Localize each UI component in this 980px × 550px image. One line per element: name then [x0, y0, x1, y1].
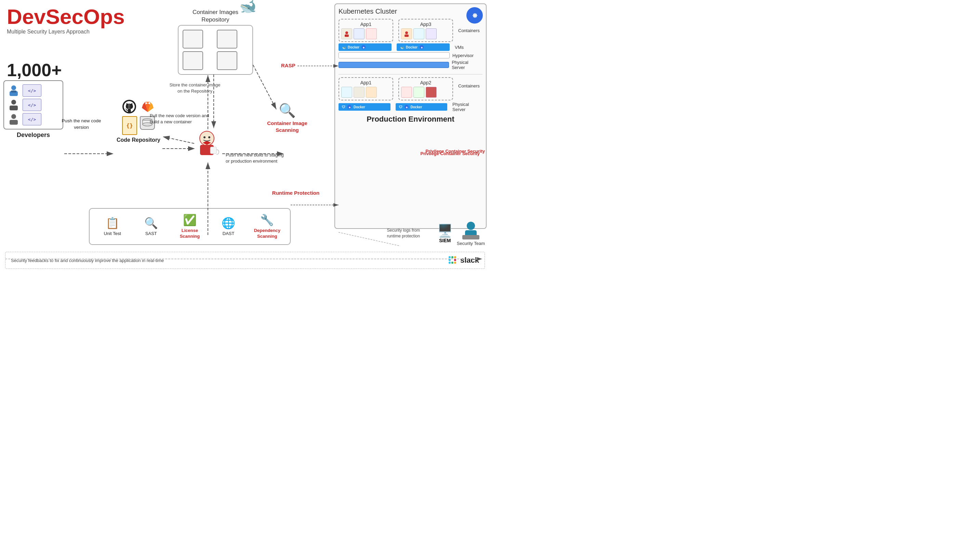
code-repo-label: Code Repository	[116, 137, 161, 143]
shield-icon-2: 🛡	[399, 105, 402, 109]
container-b1	[341, 87, 352, 98]
svg-line-56	[163, 137, 194, 143]
security-team-person: Security Team	[457, 221, 485, 246]
k8s-separator	[339, 74, 482, 74]
k8s-title: Kubernetes Cluster	[339, 8, 482, 15]
hypervisor-row: Hypervisor	[339, 52, 482, 59]
svg-point-23	[208, 136, 210, 138]
containers2-side: Containers	[458, 77, 480, 100]
physical-server-top-row: Physical Server	[339, 60, 482, 70]
dast-label: DAST	[213, 231, 244, 237]
app1-label-bottom: App1	[341, 80, 390, 86]
dev-count: 1,000+	[3, 60, 63, 80]
jenkins-icon	[193, 130, 221, 160]
svg-text:: 	[128, 103, 130, 110]
svg-rect-46	[451, 256, 453, 258]
app2-label: App2	[401, 80, 450, 86]
developer-icon-2	[8, 99, 20, 111]
pipeline-dependency-scanning: 🔧 Dependency Scanning	[252, 214, 282, 239]
containers-label: Containers	[458, 28, 480, 33]
docker-vm-1: 🐋Docker ⎈	[339, 43, 391, 51]
physical-server-bar-1	[339, 62, 449, 68]
feedback-bar: Security feedbacks to fix and continuous…	[5, 252, 485, 269]
container-item-6	[426, 29, 437, 39]
app1b-containers	[341, 87, 390, 98]
sast-icon: 🔍	[136, 217, 167, 230]
svg-rect-50	[449, 262, 451, 264]
app3-containers	[401, 29, 450, 39]
bottom-apps-row: App1 App2 Containers	[339, 77, 482, 100]
pipeline-dast: 🌐 DAST	[213, 217, 244, 237]
dependency-scan-icon: 🔧	[252, 214, 282, 227]
svg-rect-4	[10, 106, 18, 110]
hypervisor-bar	[339, 52, 450, 59]
app1-pod-top: App1	[339, 19, 393, 42]
svg-marker-14	[143, 102, 145, 105]
physical-server-label-2: Physical Server	[452, 102, 482, 112]
top-apps-row: App1 App3	[339, 19, 482, 42]
svg-rect-49	[451, 262, 453, 264]
dependency-scanning-label: Dependency Scanning	[252, 228, 282, 239]
laptop-3: </>	[22, 113, 41, 125]
container-repo-box	[178, 25, 253, 75]
github-icon: 	[122, 99, 137, 114]
slack-logo: slack	[447, 255, 479, 266]
title-section: DevSecOps Multiple Security Layers Appro…	[7, 6, 125, 35]
pipeline-sast: 🔍 SAST	[136, 217, 167, 237]
svg-rect-45	[449, 256, 451, 258]
privilege-container-security: Privilege Container Security	[426, 149, 485, 154]
docker-mascot-icon: 🐋	[239, 0, 256, 14]
rasp-label: RASP	[281, 62, 296, 68]
container-b3	[366, 87, 377, 98]
dev-box: </> </> </>	[3, 80, 63, 130]
container-box-1	[183, 30, 203, 49]
dev-row-1: </>	[8, 84, 59, 97]
svg-rect-44	[449, 259, 451, 261]
slack-icon	[447, 255, 458, 266]
pipeline-license-scanning: ✅ License Scanning	[174, 214, 205, 239]
security-team-section: Security logs from runtime protection 🖥️…	[334, 221, 485, 246]
svg-rect-43	[462, 235, 479, 239]
dast-icon: 🌐	[213, 217, 244, 230]
docker-vm-2: 🐋Docker ⎈	[397, 43, 450, 51]
gitlab-icon	[140, 99, 155, 114]
developers-label: Developers	[3, 132, 63, 139]
dev-row-3: </>	[8, 113, 59, 125]
svg-point-31	[405, 32, 408, 34]
container-c3	[426, 87, 437, 98]
physical-server-label-1: Physical Server	[452, 60, 482, 70]
app1-label-top: App1	[341, 22, 390, 27]
main-title: DevSecOps	[7, 6, 125, 27]
unit-test-label: Unit Test	[97, 231, 128, 237]
subtitle: Multiple Security Layers Approach	[7, 29, 125, 35]
svg-rect-48	[454, 259, 456, 261]
scan-icon: 🔍	[260, 103, 315, 119]
container-c1	[401, 87, 412, 98]
svg-rect-6	[10, 120, 18, 125]
k8s-logo: ⎈	[466, 7, 483, 25]
developers-section: 1,000+ </> </>	[3, 60, 63, 139]
developer-icon-1	[8, 84, 20, 97]
vms-row: 🐋Docker ⎈ 🐋Docker ⎈ VMs	[339, 43, 482, 51]
container-b2	[353, 87, 364, 98]
app1-containers	[341, 29, 390, 39]
slack-text: slack	[460, 256, 479, 265]
laptop-1: </>	[22, 84, 41, 97]
svg-rect-51	[454, 262, 456, 264]
svg-point-3	[11, 100, 16, 105]
container-scan-section: 🔍 Container Image Scanning	[260, 103, 315, 133]
license-scan-icon: ✅	[174, 214, 205, 227]
svg-point-28	[345, 32, 348, 34]
app3-pod-top: App3	[398, 19, 453, 42]
dev-row-2: </>	[8, 99, 59, 111]
code-file-icon: {}	[122, 116, 137, 135]
svg-rect-2	[11, 90, 16, 93]
svg-point-41	[467, 222, 475, 230]
app2-containers	[401, 87, 450, 98]
shield-icon: 🛡	[342, 105, 345, 109]
k8s-section: Kubernetes Cluster ⎈ App1	[334, 3, 487, 229]
container-scan-label: Container Image Scanning	[260, 120, 315, 133]
container-item	[341, 29, 352, 39]
container-box-3	[183, 51, 203, 70]
store-container-label: Store the container image on the Reposit…	[167, 82, 222, 94]
